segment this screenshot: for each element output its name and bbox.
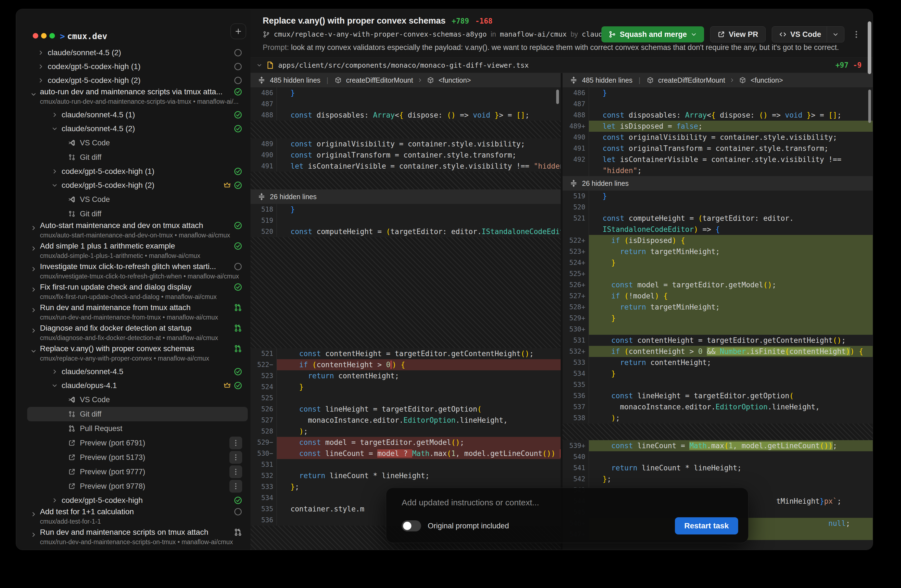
diff-code-line[interactable]: 490 const originalVisibility = container… <box>563 132 873 143</box>
sidebar-pull-request-item[interactable]: Pull Request <box>27 421 248 436</box>
chevron-down-icon[interactable] <box>691 31 697 37</box>
unfold-icon[interactable] <box>258 76 265 84</box>
diff-code-line[interactable]: 533 return contentHeight; <box>563 357 873 368</box>
original-prompt-toggle[interactable] <box>402 520 421 532</box>
diff-code-line[interactable]: 520 const computeHeight = (targetEditor:… <box>251 226 561 237</box>
sidebar-agent-item[interactable]: codex/gpt-5-codex-high (1) <box>16 164 251 178</box>
sidebar-task-item[interactable]: Run dev and maintenance scripts on tmux … <box>16 528 251 548</box>
sidebar-vs-code-item[interactable]: VS Code <box>27 192 248 207</box>
sidebar-preview-port-6791--item[interactable]: Preview (port 6791) <box>27 436 248 450</box>
diff-code-line[interactable]: 519 <box>251 215 561 226</box>
diff-code-line[interactable]: 541 return lineCount * lineHeight; <box>563 462 873 473</box>
chevron-right-icon[interactable] <box>31 266 37 272</box>
diff-code-line[interactable]: 490 const originalTransform = container.… <box>251 150 561 161</box>
diff-code-line[interactable]: 539+ const lineCount = Math.max(1, model… <box>563 440 873 451</box>
sidebar-git-diff-item[interactable]: Git diff <box>27 207 248 221</box>
diff-code-line[interactable]: 492 let isContainerVisible = container.s… <box>563 154 873 165</box>
sidebar-task-item[interactable]: Auto-start maintenance and dev on tmux a… <box>16 221 251 242</box>
diff-code-line[interactable]: 488 const disposables: Array<{ dispose: … <box>563 109 873 121</box>
sidebar-task-item[interactable]: auto-run dev and maintenance scripts via… <box>16 87 251 108</box>
vscode-dropdown-button[interactable] <box>827 27 844 42</box>
preview-menu-button[interactable] <box>229 465 242 478</box>
diff-code-line[interactable]: 518 } <box>251 204 561 215</box>
diff-code-line[interactable]: 534 } <box>563 368 873 379</box>
diff-code-line[interactable]: 519 } <box>563 190 873 202</box>
diff-code-line[interactable]: 491 const originalTransform = container.… <box>563 143 873 154</box>
squash-and-merge-button[interactable]: Squash and merge <box>602 27 704 42</box>
chevron-right-icon[interactable] <box>51 369 58 375</box>
unfold-icon[interactable] <box>570 179 578 187</box>
chevron-down-icon[interactable] <box>51 182 58 188</box>
instructions-input[interactable]: Add updated instructions or context... <box>402 498 738 507</box>
unfold-icon[interactable] <box>570 76 578 84</box>
window-scrollbar[interactable] <box>868 21 871 74</box>
vscode-button[interactable]: VS Code <box>772 27 845 42</box>
chevron-right-icon[interactable] <box>31 225 37 231</box>
sidebar-git-diff-item[interactable]: Git diff <box>27 407 248 421</box>
diff-code-line[interactable]: 522− if (contentHeight > 0) { <box>251 359 561 370</box>
view-pr-button[interactable]: View PR <box>710 27 765 42</box>
hidden-lines-bar[interactable]: 485 hidden lines|createDiffEditorMount<f… <box>563 73 873 87</box>
new-task-button[interactable] <box>231 23 246 39</box>
hidden-lines-bar[interactable]: 26 hidden lines <box>251 189 561 204</box>
chevron-down-icon[interactable] <box>51 382 58 388</box>
sidebar-task-item[interactable]: Run dev and maintenance from tmux attach… <box>16 303 251 324</box>
chevron-right-icon[interactable] <box>51 168 58 175</box>
sidebar-agent-item[interactable]: claude/sonnet-4.5 (2) <box>16 46 251 59</box>
chevron-right-icon[interactable] <box>38 50 44 56</box>
sidebar-task-item[interactable]: Investigate tmux click-to-refresh glitch… <box>16 262 251 282</box>
chevron-right-icon[interactable] <box>38 64 44 70</box>
diff-pane-modified[interactable]: 485 hidden lines|createDiffEditorMount<f… <box>561 73 873 550</box>
diff-code-line[interactable]: 489+ let isDisposed = false; <box>563 121 873 132</box>
sidebar-preview-port-9778--item[interactable]: Preview (port 9778) <box>27 479 248 493</box>
diff-code-line[interactable]: 532 return lineCount * lineHeight; <box>251 470 561 481</box>
preview-menu-button[interactable] <box>229 437 242 449</box>
diff-code-line[interactable]: 538 ); <box>563 412 873 424</box>
chevron-right-icon[interactable] <box>31 307 37 313</box>
sidebar-task-item[interactable]: Diagnose and fix docker detection at sta… <box>16 324 251 344</box>
chevron-right-icon[interactable] <box>51 112 58 118</box>
sidebar-vs-code-item[interactable]: VS Code <box>27 136 248 150</box>
sidebar-preview-port-5173--item[interactable]: Preview (port 5173) <box>27 450 248 465</box>
diff-code-line[interactable]: 520 <box>563 202 873 213</box>
chevron-right-icon[interactable] <box>38 77 44 83</box>
diff-code-line[interactable]: 527 monacoInstance.editor.EditorOption.l… <box>251 415 561 426</box>
diff-code-line[interactable]: 489 const originalVisibility = container… <box>251 139 561 150</box>
sidebar-task-item[interactable]: Add test for 1+1 calculationcmux/add-tes… <box>16 507 251 528</box>
chevron-right-icon[interactable] <box>31 532 37 538</box>
diff-code-line[interactable]: 529− const model = targetEditor.getModel… <box>251 437 561 448</box>
diff-code-line[interactable]: 532+ if (contentHeight > 0 && Number.isF… <box>563 346 873 357</box>
chevron-right-icon[interactable] <box>31 245 37 251</box>
chevron-right-icon[interactable] <box>51 497 58 504</box>
sidebar-task-item[interactable]: Add simple 1 plus 1 arithmetic examplecm… <box>16 242 251 262</box>
pane-scrollbar[interactable] <box>868 90 871 123</box>
sidebar-preview-port-9777--item[interactable]: Preview (port 9777) <box>27 465 248 479</box>
chevron-down-icon[interactable] <box>31 348 37 354</box>
sidebar-agent-item[interactable]: codex/gpt-5-codex-high (1) <box>16 59 251 73</box>
restart-task-button[interactable]: Restart task <box>675 517 738 535</box>
sidebar-git-diff-item[interactable]: Git diff <box>27 150 248 164</box>
pane-scrollbar[interactable] <box>556 90 559 104</box>
diff-code-line[interactable]: 540 <box>563 451 873 462</box>
sidebar-agent-item[interactable]: claude/opus-4.1 <box>16 379 251 393</box>
diff-code-line[interactable]: 527+ if (!model) { <box>563 290 873 301</box>
diff-code-line[interactable]: IStandaloneCodeEditor) => { <box>563 224 873 235</box>
sidebar-agent-item[interactable]: claude/sonnet-4.5 (2) <box>16 122 251 136</box>
diff-code-line[interactable]: 487 <box>563 98 873 109</box>
chevron-right-icon[interactable] <box>31 511 37 517</box>
diff-code-line[interactable]: "hidden"; <box>563 165 873 176</box>
diff-code-line[interactable]: 531 const contentHeight = targetEditor.g… <box>563 335 873 346</box>
sidebar-agent-item[interactable]: claude/sonnet-4.5 <box>16 365 251 379</box>
diff-code-line[interactable]: 535 <box>563 379 873 390</box>
sidebar-agent-item[interactable]: codex/gpt-5-codex-high (2) <box>16 178 251 192</box>
hidden-lines-bar[interactable]: 26 hidden lines <box>563 176 873 190</box>
diff-code-line[interactable]: 523 return contentHeight; <box>251 370 561 381</box>
diff-code-line[interactable]: 525 <box>251 393 561 404</box>
diff-code-line[interactable]: 524+ } <box>563 257 873 268</box>
diff-code-line[interactable]: 491 let isContainerVisible = container.s… <box>251 161 561 172</box>
diff-code-line[interactable]: 528+ return targetMinHeight; <box>563 301 873 313</box>
header-overflow-menu-button[interactable] <box>852 30 860 39</box>
diff-code-line[interactable]: 523+ return targetMinHeight; <box>563 246 873 257</box>
diff-code-line[interactable]: 537 monacoInstance.editor.EditorOption.l… <box>563 401 873 412</box>
window-close-button[interactable] <box>33 33 38 39</box>
